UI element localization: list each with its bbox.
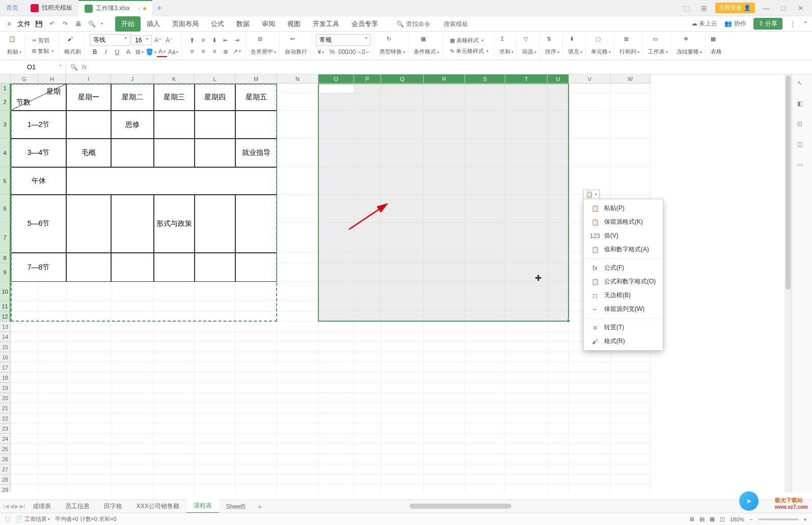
- row-header[interactable]: 10: [0, 282, 11, 301]
- merge-button[interactable]: ⊟合并居中▾: [251, 36, 276, 56]
- col-header[interactable]: J: [111, 74, 154, 84]
- table-cell[interactable]: 星期三: [154, 84, 195, 111]
- align-left-icon[interactable]: ≡: [187, 46, 197, 57]
- italic-button[interactable]: I: [101, 47, 111, 57]
- tab-templates[interactable]: D找稻壳模板: [24, 0, 78, 16]
- dec-inc-icon[interactable]: .00→: [349, 47, 360, 57]
- table-cell[interactable]: 星期一: [66, 84, 111, 111]
- decrease-font-icon[interactable]: A⁻: [164, 35, 174, 45]
- row-header[interactable]: 21: [0, 403, 11, 413]
- col-header[interactable]: T: [505, 74, 548, 84]
- menu-tab-review[interactable]: 审阅: [256, 16, 281, 32]
- reading-mode-icon[interactable]: ⬚: [681, 4, 693, 12]
- table-cell[interactable]: [195, 111, 235, 139]
- row-header[interactable]: 3: [0, 111, 11, 139]
- format-painter-button[interactable]: 🖌格式刷: [64, 36, 81, 56]
- table-cell[interactable]: 星期四: [195, 84, 235, 111]
- col-header[interactable]: S: [465, 74, 505, 84]
- row-header[interactable]: 23: [0, 424, 11, 434]
- tab-home[interactable]: 首页: [0, 0, 24, 16]
- table-cell[interactable]: 思修: [111, 111, 154, 139]
- tab-doc-active[interactable]: S 工作簿3.xlsx ▫: [78, 0, 152, 16]
- menu-tab-start[interactable]: 开始: [115, 16, 141, 32]
- row-header[interactable]: 12: [0, 311, 11, 322]
- login-button[interactable]: 立即登录👤: [715, 3, 755, 13]
- table-cell[interactable]: 3—4节: [11, 139, 66, 167]
- properties-panel-icon[interactable]: ⊡: [797, 120, 807, 130]
- col-header[interactable]: M: [235, 74, 277, 84]
- copy-button[interactable]: ⧉ 复制▾: [30, 46, 56, 56]
- sheet-tab[interactable]: 成绩表: [25, 500, 58, 513]
- table-cell[interactable]: 7—8节: [11, 253, 66, 282]
- ctx-paste[interactable]: 📋粘贴(P): [584, 201, 663, 215]
- table-cell[interactable]: [154, 111, 195, 139]
- row-header[interactable]: 25: [0, 444, 11, 454]
- menu-tab-formula[interactable]: 公式: [205, 16, 230, 32]
- indent-inc-icon[interactable]: ⇥: [232, 35, 242, 45]
- currency-icon[interactable]: ¥▾: [316, 47, 326, 57]
- table-cell[interactable]: 1—2节: [11, 111, 66, 139]
- sort-button[interactable]: ⇅排序▾: [545, 36, 559, 56]
- menu-tab-member[interactable]: 会员专享: [345, 16, 384, 32]
- sheet-last-icon[interactable]: ▶|: [20, 503, 25, 510]
- style-panel-icon[interactable]: ◧: [797, 100, 807, 110]
- add-sheet-button[interactable]: +: [253, 503, 267, 511]
- align-right-icon[interactable]: ≡: [209, 46, 220, 57]
- zoom-in-icon[interactable]: +: [804, 516, 807, 522]
- app-menu-icon[interactable]: ≡: [4, 19, 14, 29]
- row-header[interactable]: 4: [0, 139, 11, 167]
- orientation-icon[interactable]: ↗▾: [232, 46, 242, 57]
- row-header[interactable]: 5: [0, 167, 11, 195]
- analysis-panel-icon[interactable]: ◫: [797, 141, 807, 151]
- sheet-first-icon[interactable]: |◀: [3, 503, 9, 510]
- view-normal-icon[interactable]: ⊞: [690, 516, 694, 522]
- table-style-button[interactable]: ▦ 表格样式▾: [448, 36, 491, 45]
- filter-button[interactable]: ▽筛选▾: [522, 36, 536, 56]
- view-page-icon[interactable]: ▤: [699, 516, 705, 522]
- row-header[interactable]: 20: [0, 393, 11, 403]
- row-header[interactable]: 19: [0, 383, 11, 393]
- row-header[interactable]: 17: [0, 362, 11, 373]
- row-header[interactable]: 2: [0, 93, 11, 111]
- table-cell[interactable]: [235, 253, 277, 282]
- col-header[interactable]: L: [195, 74, 235, 84]
- table-cell[interactable]: 午休: [11, 167, 66, 195]
- font-color-button[interactable]: A▾: [157, 47, 167, 57]
- number-format-select[interactable]: 常规▾: [316, 34, 371, 46]
- menu-tab-layout[interactable]: 页面布局: [166, 16, 205, 32]
- table-cell[interactable]: [111, 253, 154, 282]
- row-header[interactable]: 28: [0, 475, 11, 485]
- row-header[interactable]: 18: [0, 373, 11, 383]
- apps-icon[interactable]: ⊞: [698, 4, 710, 12]
- view-custom-icon[interactable]: ▦: [710, 516, 715, 522]
- col-header[interactable]: K: [154, 74, 195, 84]
- row-header[interactable]: 11: [0, 301, 11, 311]
- print-preview-icon[interactable]: 🔍: [87, 19, 97, 29]
- table-cell[interactable]: [66, 253, 111, 282]
- rowcol-button[interactable]: ⊞行和列▾: [619, 36, 639, 56]
- col-header[interactable]: G: [11, 74, 38, 84]
- cut-button[interactable]: ✂ 剪切: [30, 36, 56, 45]
- vertical-scrollbar[interactable]: [784, 74, 792, 492]
- underline-button[interactable]: U: [112, 47, 122, 57]
- table-cell[interactable]: [66, 195, 111, 253]
- table-cell[interactable]: [66, 111, 111, 139]
- sheet-prev-icon[interactable]: ◀: [10, 503, 14, 510]
- table-cell[interactable]: [195, 139, 235, 167]
- select-all-corner[interactable]: [0, 74, 11, 84]
- row-header[interactable]: 16: [0, 352, 11, 362]
- row-header[interactable]: 9: [0, 263, 11, 282]
- record-icon[interactable]: ⬚: [5, 516, 10, 522]
- table-cell[interactable]: 5—6节: [11, 195, 66, 253]
- select-panel-icon[interactable]: ↖: [797, 80, 807, 90]
- ctx-formula-num[interactable]: 📋公式和数字格式(O): [584, 275, 663, 288]
- table-cell[interactable]: [154, 253, 195, 282]
- view-reading-icon[interactable]: ◫: [720, 516, 725, 522]
- ctx-transpose[interactable]: ⤭转置(T): [584, 321, 663, 334]
- table-cell[interactable]: 毛概: [66, 139, 111, 167]
- cloud-status[interactable]: ☁ 未上云: [691, 19, 717, 28]
- col-header[interactable]: O: [318, 74, 354, 84]
- redo-icon[interactable]: ↷: [60, 19, 70, 29]
- undo-icon[interactable]: ↶: [47, 19, 57, 29]
- row-header[interactable]: 14: [0, 332, 11, 342]
